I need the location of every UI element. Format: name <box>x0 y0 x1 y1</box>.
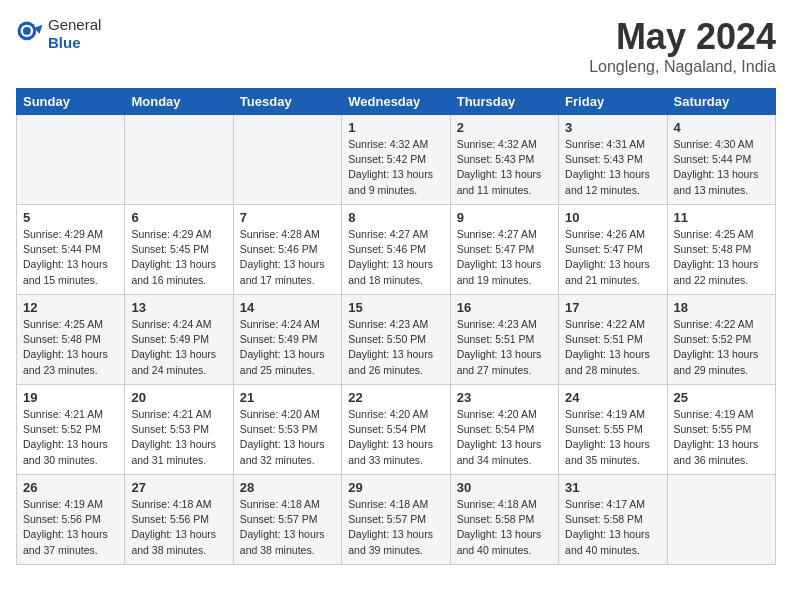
day-info: Sunrise: 4:29 AMSunset: 5:44 PMDaylight:… <box>23 227 118 288</box>
logo-text: General Blue <box>48 16 101 52</box>
calendar-cell: 20Sunrise: 4:21 AMSunset: 5:53 PMDayligh… <box>125 385 233 475</box>
day-number: 22 <box>348 390 443 405</box>
calendar-cell: 30Sunrise: 4:18 AMSunset: 5:58 PMDayligh… <box>450 475 558 565</box>
day-number: 3 <box>565 120 660 135</box>
calendar-cell: 17Sunrise: 4:22 AMSunset: 5:51 PMDayligh… <box>559 295 667 385</box>
calendar-cell: 31Sunrise: 4:17 AMSunset: 5:58 PMDayligh… <box>559 475 667 565</box>
calendar-cell: 1Sunrise: 4:32 AMSunset: 5:42 PMDaylight… <box>342 115 450 205</box>
day-info: Sunrise: 4:18 AMSunset: 5:58 PMDaylight:… <box>457 497 552 558</box>
calendar-cell: 23Sunrise: 4:20 AMSunset: 5:54 PMDayligh… <box>450 385 558 475</box>
calendar-cell: 19Sunrise: 4:21 AMSunset: 5:52 PMDayligh… <box>17 385 125 475</box>
day-info: Sunrise: 4:19 AMSunset: 5:56 PMDaylight:… <box>23 497 118 558</box>
calendar-cell <box>667 475 775 565</box>
day-info: Sunrise: 4:29 AMSunset: 5:45 PMDaylight:… <box>131 227 226 288</box>
day-number: 29 <box>348 480 443 495</box>
day-info: Sunrise: 4:22 AMSunset: 5:52 PMDaylight:… <box>674 317 769 378</box>
logo: General Blue <box>16 16 101 52</box>
day-number: 16 <box>457 300 552 315</box>
day-info: Sunrise: 4:24 AMSunset: 5:49 PMDaylight:… <box>131 317 226 378</box>
day-number: 2 <box>457 120 552 135</box>
calendar-week-3: 12Sunrise: 4:25 AMSunset: 5:48 PMDayligh… <box>17 295 776 385</box>
calendar-cell: 15Sunrise: 4:23 AMSunset: 5:50 PMDayligh… <box>342 295 450 385</box>
day-number: 19 <box>23 390 118 405</box>
calendar-week-2: 5Sunrise: 4:29 AMSunset: 5:44 PMDaylight… <box>17 205 776 295</box>
calendar-cell: 12Sunrise: 4:25 AMSunset: 5:48 PMDayligh… <box>17 295 125 385</box>
day-info: Sunrise: 4:23 AMSunset: 5:51 PMDaylight:… <box>457 317 552 378</box>
day-info: Sunrise: 4:21 AMSunset: 5:53 PMDaylight:… <box>131 407 226 468</box>
day-info: Sunrise: 4:27 AMSunset: 5:47 PMDaylight:… <box>457 227 552 288</box>
day-number: 5 <box>23 210 118 225</box>
calendar-cell: 14Sunrise: 4:24 AMSunset: 5:49 PMDayligh… <box>233 295 341 385</box>
day-info: Sunrise: 4:17 AMSunset: 5:58 PMDaylight:… <box>565 497 660 558</box>
calendar-cell: 18Sunrise: 4:22 AMSunset: 5:52 PMDayligh… <box>667 295 775 385</box>
day-number: 13 <box>131 300 226 315</box>
calendar-cell: 28Sunrise: 4:18 AMSunset: 5:57 PMDayligh… <box>233 475 341 565</box>
day-header-friday: Friday <box>559 89 667 115</box>
day-number: 4 <box>674 120 769 135</box>
day-header-sunday: Sunday <box>17 89 125 115</box>
calendar-body: 1Sunrise: 4:32 AMSunset: 5:42 PMDaylight… <box>17 115 776 565</box>
calendar-cell: 22Sunrise: 4:20 AMSunset: 5:54 PMDayligh… <box>342 385 450 475</box>
day-number: 15 <box>348 300 443 315</box>
day-info: Sunrise: 4:32 AMSunset: 5:42 PMDaylight:… <box>348 137 443 198</box>
calendar-cell: 29Sunrise: 4:18 AMSunset: 5:57 PMDayligh… <box>342 475 450 565</box>
day-number: 31 <box>565 480 660 495</box>
calendar-cell <box>125 115 233 205</box>
day-info: Sunrise: 4:30 AMSunset: 5:44 PMDaylight:… <box>674 137 769 198</box>
day-number: 28 <box>240 480 335 495</box>
location-subtitle: Longleng, Nagaland, India <box>589 58 776 76</box>
day-number: 7 <box>240 210 335 225</box>
day-header-wednesday: Wednesday <box>342 89 450 115</box>
calendar-cell: 10Sunrise: 4:26 AMSunset: 5:47 PMDayligh… <box>559 205 667 295</box>
day-info: Sunrise: 4:24 AMSunset: 5:49 PMDaylight:… <box>240 317 335 378</box>
day-info: Sunrise: 4:20 AMSunset: 5:54 PMDaylight:… <box>457 407 552 468</box>
day-info: Sunrise: 4:21 AMSunset: 5:52 PMDaylight:… <box>23 407 118 468</box>
day-info: Sunrise: 4:25 AMSunset: 5:48 PMDaylight:… <box>23 317 118 378</box>
calendar-cell: 9Sunrise: 4:27 AMSunset: 5:47 PMDaylight… <box>450 205 558 295</box>
logo-icon <box>16 20 44 48</box>
calendar-cell: 2Sunrise: 4:32 AMSunset: 5:43 PMDaylight… <box>450 115 558 205</box>
day-number: 30 <box>457 480 552 495</box>
calendar-cell: 13Sunrise: 4:24 AMSunset: 5:49 PMDayligh… <box>125 295 233 385</box>
day-number: 25 <box>674 390 769 405</box>
calendar-cell: 4Sunrise: 4:30 AMSunset: 5:44 PMDaylight… <box>667 115 775 205</box>
day-number: 11 <box>674 210 769 225</box>
day-info: Sunrise: 4:20 AMSunset: 5:54 PMDaylight:… <box>348 407 443 468</box>
calendar-cell: 16Sunrise: 4:23 AMSunset: 5:51 PMDayligh… <box>450 295 558 385</box>
day-info: Sunrise: 4:19 AMSunset: 5:55 PMDaylight:… <box>674 407 769 468</box>
day-info: Sunrise: 4:25 AMSunset: 5:48 PMDaylight:… <box>674 227 769 288</box>
day-number: 26 <box>23 480 118 495</box>
day-info: Sunrise: 4:28 AMSunset: 5:46 PMDaylight:… <box>240 227 335 288</box>
calendar-cell <box>233 115 341 205</box>
calendar-cell <box>17 115 125 205</box>
calendar-cell: 6Sunrise: 4:29 AMSunset: 5:45 PMDaylight… <box>125 205 233 295</box>
month-year-title: May 2024 <box>589 16 776 58</box>
day-info: Sunrise: 4:19 AMSunset: 5:55 PMDaylight:… <box>565 407 660 468</box>
day-info: Sunrise: 4:32 AMSunset: 5:43 PMDaylight:… <box>457 137 552 198</box>
day-number: 24 <box>565 390 660 405</box>
calendar-cell: 11Sunrise: 4:25 AMSunset: 5:48 PMDayligh… <box>667 205 775 295</box>
svg-point-2 <box>23 27 31 35</box>
day-info: Sunrise: 4:18 AMSunset: 5:57 PMDaylight:… <box>348 497 443 558</box>
calendar-cell: 24Sunrise: 4:19 AMSunset: 5:55 PMDayligh… <box>559 385 667 475</box>
title-block: May 2024 Longleng, Nagaland, India <box>589 16 776 76</box>
day-number: 12 <box>23 300 118 315</box>
day-number: 23 <box>457 390 552 405</box>
calendar-header-row: SundayMondayTuesdayWednesdayThursdayFrid… <box>17 89 776 115</box>
day-info: Sunrise: 4:18 AMSunset: 5:57 PMDaylight:… <box>240 497 335 558</box>
day-number: 9 <box>457 210 552 225</box>
calendar-week-5: 26Sunrise: 4:19 AMSunset: 5:56 PMDayligh… <box>17 475 776 565</box>
day-header-saturday: Saturday <box>667 89 775 115</box>
day-number: 17 <box>565 300 660 315</box>
calendar-table: SundayMondayTuesdayWednesdayThursdayFrid… <box>16 88 776 565</box>
day-number: 1 <box>348 120 443 135</box>
day-header-monday: Monday <box>125 89 233 115</box>
calendar-cell: 8Sunrise: 4:27 AMSunset: 5:46 PMDaylight… <box>342 205 450 295</box>
day-info: Sunrise: 4:22 AMSunset: 5:51 PMDaylight:… <box>565 317 660 378</box>
day-info: Sunrise: 4:26 AMSunset: 5:47 PMDaylight:… <box>565 227 660 288</box>
page-header: General Blue May 2024 Longleng, Nagaland… <box>16 16 776 76</box>
calendar-cell: 27Sunrise: 4:18 AMSunset: 5:56 PMDayligh… <box>125 475 233 565</box>
day-header-thursday: Thursday <box>450 89 558 115</box>
day-info: Sunrise: 4:27 AMSunset: 5:46 PMDaylight:… <box>348 227 443 288</box>
day-number: 10 <box>565 210 660 225</box>
